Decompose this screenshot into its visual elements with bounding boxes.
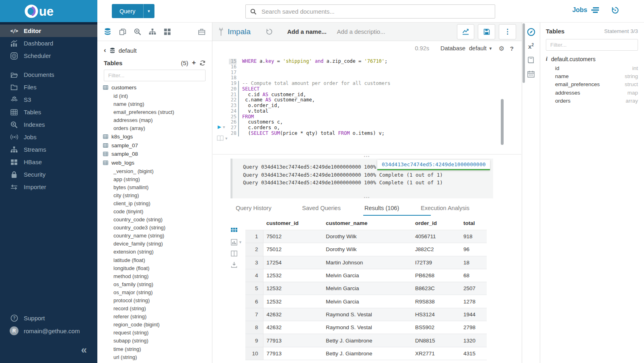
global-search[interactable]: [245, 4, 495, 19]
tree-table-k8s_logs[interactable]: k8s_logs: [103, 132, 212, 141]
tree-column[interactable]: id (int): [103, 92, 212, 100]
tree-column[interactable]: latitude (float): [103, 256, 212, 264]
sidebar-item-editor[interactable]: </>Editor: [0, 25, 97, 37]
code-line[interactable]: 28 (SELECT SUM(price * qty) total FROM o…: [229, 131, 498, 136]
assist-active-table[interactable]: i default.customers: [546, 56, 638, 62]
assist-column-email_preferences[interactable]: email_preferencesstruct: [546, 80, 638, 89]
more-actions-button[interactable]: ⋮: [499, 24, 516, 39]
new-query-button[interactable]: Query ▼: [112, 4, 154, 18]
execute-options-caret-icon[interactable]: ▼: [223, 125, 225, 129]
tree-column[interactable]: url (string): [103, 353, 212, 361]
query-name-field[interactable]: Add a name...: [287, 28, 327, 35]
code-line[interactable]: 18: [229, 75, 498, 81]
table-row[interactable]: 512532Melvin GarciaB8623C2507: [245, 282, 487, 295]
assist-column-name[interactable]: namestring: [546, 72, 638, 80]
code-line[interactable]: 21 c.id AS customer_id,: [229, 92, 498, 98]
chart-view-icon[interactable]: ▼: [231, 239, 242, 245]
column-header[interactable]: order_id: [412, 217, 460, 230]
tree-column[interactable]: client_ip (string): [103, 199, 212, 207]
query-id-badge[interactable]: 034d413ec7474ed5:4249de1000000000: [377, 160, 490, 170]
tree-column[interactable]: method (string): [103, 272, 212, 280]
sidebar-item-streams[interactable]: Streams: [0, 143, 97, 156]
code-line[interactable]: 22 c.name AS customer_name,: [229, 97, 498, 103]
sidebar-item-user[interactable]: R romain@gethue.com: [9, 324, 97, 337]
code-line[interactable]: 23 o.order_id,: [229, 103, 498, 109]
tree-column[interactable]: os_major (string): [103, 288, 212, 296]
search-plus-tab-icon[interactable]: [134, 28, 141, 35]
code-line[interactable]: 17: [229, 70, 498, 76]
table-row[interactable]: 842632Raymond S. VestalBS59022798: [245, 321, 487, 334]
tree-column[interactable]: request (string): [103, 329, 212, 337]
sidebar-item-security[interactable]: Security: [0, 168, 97, 181]
tree-column[interactable]: region_code (bigint): [103, 321, 212, 329]
briefcase-icon[interactable]: [198, 28, 206, 35]
page-scrollbar[interactable]: [523, 23, 525, 83]
tree-column[interactable]: city (string): [103, 191, 212, 199]
tree-column[interactable]: os_family (string): [103, 280, 212, 288]
language-reference-icon[interactable]: [527, 56, 535, 64]
databases-tab-icon[interactable]: [104, 28, 111, 35]
code-line[interactable]: 24 v.total: [229, 109, 498, 114]
code-editor[interactable]: 15WHERE a.key = 'shipping' and a.zip_cod…: [212, 56, 522, 154]
table-row[interactable]: 175012Dorothy Wilk4056711918: [245, 230, 487, 243]
log-resize-handle[interactable]: •••: [212, 195, 522, 200]
history-icon[interactable]: [611, 6, 619, 16]
apps-grid-tab-icon[interactable]: [164, 28, 171, 35]
table-row[interactable]: 977913Betty J. GiambroneDN88151320: [245, 334, 487, 347]
search-input[interactable]: [261, 8, 490, 15]
tree-column[interactable]: longitude (float): [103, 264, 212, 272]
tree-table-sample_08[interactable]: sample_08: [103, 150, 212, 159]
functions-icon[interactable]: x2: [528, 43, 534, 50]
tree-column[interactable]: orders (array): [103, 124, 212, 132]
tree-table-web_logs[interactable]: web_logs: [103, 158, 212, 167]
tree-column[interactable]: referer (string): [103, 313, 212, 321]
assist-column-orders[interactable]: ordersarray: [546, 97, 638, 105]
sidebar-item-documents[interactable]: Documents: [0, 68, 97, 81]
grid-view-icon[interactable]: [231, 228, 242, 234]
code-line[interactable]: 25FROM: [229, 114, 498, 120]
assist-column-addresses[interactable]: addressesmap: [546, 89, 638, 97]
column-header[interactable]: customer_id: [263, 217, 323, 230]
tables-filter-input[interactable]: [107, 72, 202, 79]
tree-column[interactable]: name (string): [103, 100, 212, 108]
tab-query-history[interactable]: Query History: [236, 205, 272, 211]
table-row[interactable]: 275012Dorothy WilkJ882C296: [245, 243, 487, 256]
query-description-field[interactable]: Add a descriptio...: [337, 28, 385, 35]
sidebar-item-dashboard[interactable]: Dashboard: [0, 37, 97, 50]
chart-button[interactable]: [457, 24, 474, 39]
tree-column[interactable]: device_family (string): [103, 240, 212, 248]
assist-filter-input[interactable]: [549, 41, 634, 48]
tree-column[interactable]: country_code (string): [103, 216, 212, 224]
code-line[interactable]: 15WHERE a.key = 'shipping' and a.zip_cod…: [229, 59, 498, 64]
tree-column[interactable]: bytes (smallint): [103, 183, 212, 191]
sidebar-collapse-icon[interactable]: «: [81, 344, 87, 355]
table-row[interactable]: 412532Melvin GarciaPB626868: [245, 269, 487, 282]
tree-column[interactable]: app (string): [103, 175, 212, 183]
tree-table-sample_07[interactable]: sample_07: [103, 141, 212, 150]
table-row[interactable]: 612532Melvin GarciaR9S8381278: [245, 295, 487, 308]
sidebar-item-support[interactable]: ? Support: [9, 311, 97, 324]
help-icon[interactable]: ?: [510, 45, 514, 52]
tab-saved-queries[interactable]: Saved Queries: [302, 205, 341, 211]
sidebar-item-scheduler[interactable]: Scheduler: [0, 50, 97, 62]
save-button[interactable]: [478, 24, 495, 39]
tab-execution-analysis[interactable]: Execution Analysis: [421, 205, 469, 211]
tree-column[interactable]: protocol (string): [103, 296, 212, 304]
code-line[interactable]: 16: [229, 64, 498, 70]
sidebar-item-files[interactable]: Files: [0, 81, 97, 93]
tables-filter[interactable]: [104, 70, 206, 81]
database-selector[interactable]: default ▼: [469, 45, 492, 52]
hue-logo[interactable]: ue: [24, 4, 73, 19]
table-row[interactable]: 742632Raymond S. VestalHS31241944: [245, 308, 487, 321]
tree-column[interactable]: time (string): [103, 345, 212, 353]
tree-table-customers[interactable]: customers: [103, 83, 212, 92]
table-row[interactable]: 1077913Betty J. GiambroneXR27714315: [245, 347, 487, 360]
code-line[interactable]: 26 customers c,: [229, 120, 498, 125]
code-line[interactable]: 27 c.orders o,: [229, 125, 498, 131]
tree-column[interactable]: subapp (string): [103, 337, 212, 345]
table-row[interactable]: 317254Martin JohnsonI72T3918: [245, 256, 487, 269]
tree-column[interactable]: code (tinyint): [103, 207, 212, 215]
assist-compass-icon[interactable]: [527, 28, 535, 36]
download-icon[interactable]: [231, 262, 242, 268]
settings-gear-icon[interactable]: ⚙: [498, 45, 504, 52]
